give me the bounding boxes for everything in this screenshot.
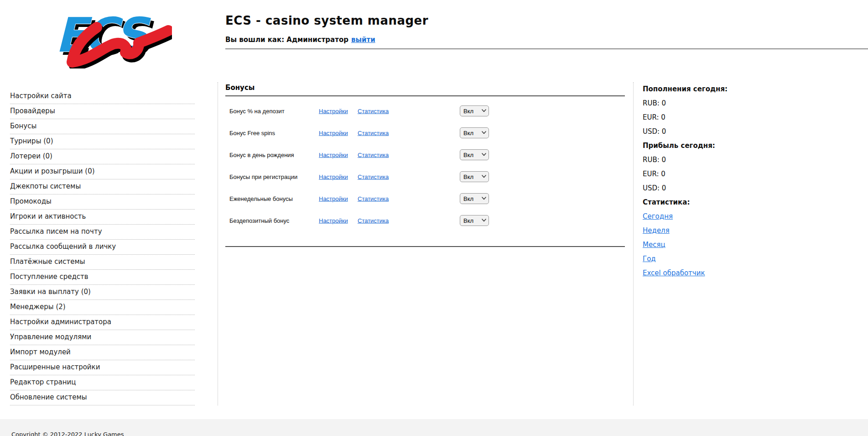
currency-value: RUB: 0 — [643, 96, 862, 110]
sidebar-item[interactable]: Настройки сайта — [10, 89, 195, 104]
copyright-text: Copyright © 2012-2022 Lucky Games — [11, 431, 124, 436]
bonus-toggle-wrap: Вкл — [460, 149, 489, 160]
footer: Copyright © 2012-2022 Lucky Games — [0, 419, 868, 436]
bonus-row: Бонус % на депозит Настройки Статистика … — [225, 100, 625, 122]
section-top-rule — [225, 95, 625, 96]
bonus-toggle-wrap: Вкл — [460, 215, 489, 226]
bonus-row: Бездепозитный бонус Настройки Статистика… — [225, 210, 625, 231]
bonus-name: Еженедельные бонусы — [229, 195, 293, 202]
bonus-settings-link[interactable]: Настройки — [319, 217, 348, 224]
sidebar-item[interactable]: Провайдеры — [10, 104, 195, 119]
stats-panel: Пополнения сегодня: RUB: 0EUR: 0USD: 0 П… — [643, 82, 862, 280]
bonus-statistics-link[interactable]: Статистика — [358, 195, 389, 202]
statistics-links: СегодняНеделяМесяцГодExcel обработчик — [643, 210, 862, 280]
bonus-settings-link[interactable]: Настройки — [319, 195, 348, 202]
sidebar-item[interactable]: Бонусы — [10, 119, 195, 134]
bonus-statistics-link[interactable]: Статистика — [358, 173, 389, 180]
bonus-statistics-link[interactable]: Статистика — [358, 152, 389, 158]
sidebar-item[interactable]: Лотереи (0) — [10, 149, 195, 164]
bonuses-section: Бонусы Бонус % на депозит Настройки Стат… — [225, 84, 625, 247]
sidebar-item[interactable]: Турниры (0) — [10, 134, 195, 149]
bonus-toggle-wrap: Вкл — [460, 171, 489, 182]
bonus-row: Бонусы при регистрации Настройки Статист… — [225, 166, 625, 188]
bonus-toggle-select[interactable]: Вкл — [460, 215, 489, 226]
statistics-period-link[interactable]: Месяц — [643, 238, 665, 252]
content-left-divider — [218, 82, 218, 405]
currency-value: EUR: 0 — [643, 167, 862, 181]
sidebar-item[interactable]: Настройки администратора — [10, 315, 195, 330]
sidebar-item[interactable]: Поступление средств — [10, 270, 195, 285]
bonus-toggle-select[interactable]: Вкл — [460, 127, 489, 138]
header-divider — [225, 48, 868, 49]
page: ECS ECS ECS - casino system manager Вы в… — [0, 0, 868, 436]
bonus-name: Бонус % на депозит — [229, 108, 285, 115]
bonus-toggle-wrap: Вкл — [460, 105, 489, 116]
statistics-period-link[interactable]: Excel обработчик — [643, 266, 705, 280]
sidebar-nav: Настройки сайта Провайдеры Бонусы Турнир… — [10, 89, 195, 405]
sidebar-item[interactable]: Платёжные системы — [10, 255, 195, 270]
sidebar-item[interactable]: Промокоды — [10, 194, 195, 210]
deposits-today-values: RUB: 0EUR: 0USD: 0 — [643, 96, 862, 139]
section-bottom-rule — [225, 246, 625, 247]
sidebar-item[interactable]: Обновление системы — [10, 390, 195, 405]
bonus-statistics-link[interactable]: Статистика — [358, 217, 389, 224]
bonus-toggle-select[interactable]: Вкл — [460, 171, 489, 182]
statistics-period-link[interactable]: Сегодня — [643, 210, 673, 224]
sidebar-item[interactable]: Редактор страниц — [10, 375, 195, 390]
sidebar-item[interactable]: Игроки и активность — [10, 210, 195, 225]
section-title: Бонусы — [225, 84, 625, 92]
currency-value: EUR: 0 — [643, 110, 862, 125]
bonus-name: Бонус Free spins — [229, 130, 275, 137]
bonus-row: Еженедельные бонусы Настройки Статистика… — [225, 188, 625, 210]
statistics-period-link[interactable]: Неделя — [643, 224, 670, 238]
bonus-name: Бездепозитный бонус — [229, 217, 289, 224]
bonus-name: Бонусы при регистрации — [229, 173, 297, 180]
logout-link[interactable]: выйти — [351, 36, 375, 44]
content-right-divider — [633, 82, 634, 405]
bonus-toggle-select[interactable]: Вкл — [460, 149, 489, 160]
sidebar-item[interactable]: Расширенные настройки — [10, 360, 195, 375]
currency-value: USD: 0 — [643, 125, 862, 139]
bonus-settings-link[interactable]: Настройки — [319, 108, 348, 115]
bonus-settings-link[interactable]: Настройки — [319, 152, 348, 158]
statistics-title: Статистика: — [643, 195, 862, 210]
statistics-period-link[interactable]: Год — [643, 252, 656, 266]
bonus-statistics-link[interactable]: Статистика — [358, 108, 389, 115]
bonus-toggle-wrap: Вкл — [460, 193, 489, 204]
bonus-toggle-select[interactable]: Вкл — [460, 193, 489, 204]
bonus-rows: Бонус % на депозит Настройки Статистика … — [225, 100, 625, 231]
currency-value: RUB: 0 — [643, 153, 862, 167]
sidebar-item[interactable]: Заявки на выплату (0) — [10, 285, 195, 300]
page-title: ECS - casino system manager — [225, 14, 428, 27]
bonus-statistics-link[interactable]: Статистика — [358, 130, 389, 137]
sidebar-item[interactable]: Импорт модулей — [10, 345, 195, 360]
profit-today-title: Прибыль сегодня: — [643, 139, 862, 153]
bonus-row: Бонус Free spins Настройки Статистика Вк… — [225, 122, 625, 144]
login-status: Вы вошли как: Администраторвыйти — [225, 36, 375, 44]
login-status-text: Вы вошли как: Администратор — [225, 36, 348, 44]
sidebar-item[interactable]: Менеджеры (2) — [10, 300, 195, 315]
sidebar-item[interactable]: Управление модулями — [10, 330, 195, 345]
deposits-today-title: Пополнения сегодня: — [643, 82, 862, 96]
currency-value: USD: 0 — [643, 181, 862, 195]
sidebar-item[interactable]: Джекпоты системы — [10, 179, 195, 194]
sidebar-item[interactable]: Акции и розыгрыши (0) — [10, 164, 195, 179]
bonus-settings-link[interactable]: Настройки — [319, 173, 348, 180]
bonus-toggle-wrap: Вкл — [460, 127, 489, 138]
profit-today-values: RUB: 0EUR: 0USD: 0 — [643, 153, 862, 195]
bonus-settings-link[interactable]: Настройки — [319, 130, 348, 137]
sidebar-item[interactable]: Рассылка сообщений в личку — [10, 240, 195, 255]
ecs-logo: ECS ECS — [51, 4, 172, 68]
bonus-row: Бонус в день рождения Настройки Статисти… — [225, 144, 625, 166]
sidebar-item[interactable]: Рассылка писем на почту — [10, 225, 195, 240]
bonus-toggle-select[interactable]: Вкл — [460, 105, 489, 116]
bonus-name: Бонус в день рождения — [229, 152, 294, 158]
